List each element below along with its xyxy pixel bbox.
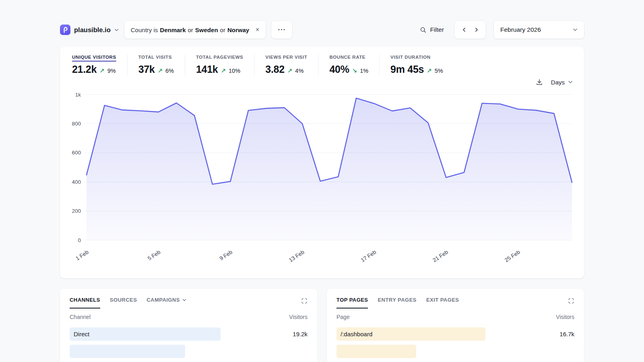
stat-label: TOTAL PAGEVIEWS — [196, 55, 243, 60]
page-row-partial[interactable] — [336, 343, 574, 359]
previous-period-button[interactable] — [459, 24, 469, 36]
stat-value: 3.82 — [265, 64, 284, 75]
tab-sources[interactable]: SOURCES — [110, 297, 137, 308]
plausible-logo-icon — [60, 25, 70, 35]
trend-up-icon: ↗ — [157, 67, 163, 74]
svg-text:9 Feb: 9 Feb — [219, 249, 233, 261]
tab-campaigns-label: CAMPAIGNS — [147, 297, 180, 303]
column-label: Page — [336, 314, 350, 320]
page-label: /:dashboard — [341, 331, 372, 337]
filter-field: Country is — [131, 27, 158, 33]
stat-change: 1% — [360, 68, 368, 74]
column-label: Visitors — [556, 314, 574, 320]
chevron-down-icon — [573, 27, 578, 32]
page-row[interactable]: /:dashboard 16.7k — [336, 326, 574, 341]
trend-up-icon: ↗ — [221, 67, 226, 74]
top-bar-right: Filter February 2026 — [417, 21, 584, 39]
chart-controls: Days — [70, 76, 574, 88]
active-filter-chip[interactable]: Country is Denmark or Sweden or Norway × — [124, 21, 266, 39]
stat-total-visits[interactable]: TOTAL VISITS 37k ↗ 6% — [138, 55, 185, 75]
filter-conjunction: or — [220, 27, 225, 33]
svg-text:13 Feb: 13 Feb — [288, 249, 305, 263]
trend-up-icon: ↗ — [287, 67, 293, 74]
svg-text:17 Feb: 17 Feb — [360, 249, 377, 263]
channels-panel-tabs: CHANNELS SOURCES CAMPAIGNS — [70, 297, 308, 309]
stat-change: 4% — [295, 68, 303, 74]
svg-text:1k: 1k — [75, 92, 81, 98]
site-switcher[interactable]: plausible.io — [60, 25, 119, 35]
tab-channels[interactable]: CHANNELS — [70, 297, 100, 309]
stat-value: 37k — [138, 64, 155, 75]
svg-text:800: 800 — [72, 121, 81, 127]
dashboard: plausible.io Country is Denmark or Swede… — [60, 0, 584, 362]
chevron-down-icon — [568, 80, 573, 84]
tab-exit-pages[interactable]: EXIT PAGES — [426, 297, 459, 308]
stat-total-pageviews[interactable]: TOTAL PAGEVIEWS 141k ↗ 10% — [196, 55, 254, 75]
channel-row-partial[interactable] — [70, 343, 308, 359]
stat-visit-duration[interactable]: VISIT DURATION 9m 45s ↗ 5% — [390, 55, 454, 75]
top-bar: plausible.io Country is Denmark or Swede… — [60, 21, 584, 39]
column-label: Visitors — [289, 314, 308, 320]
svg-text:1 Feb: 1 Feb — [75, 249, 90, 261]
pages-panel-tabs: TOP PAGES ENTRY PAGES EXIT PAGES — [336, 297, 574, 309]
stat-label: UNIQUE VISITORS — [72, 55, 116, 60]
trend-down-icon: ↘ — [352, 67, 357, 74]
channel-visitors: 19.2k — [279, 331, 308, 337]
channel-row[interactable]: Direct 19.2k — [70, 326, 308, 341]
stat-value: 40% — [329, 64, 349, 75]
filter-value: Sweden — [195, 27, 218, 33]
search-icon — [420, 27, 427, 33]
visitors-card: UNIQUE VISITORS 21.2k ↗ 9% TOTAL VISITS … — [60, 47, 584, 278]
channel-bar — [70, 345, 185, 358]
expand-panel-icon[interactable] — [568, 297, 574, 304]
chevron-down-icon — [114, 28, 119, 32]
channels-column-headers: Channel Visitors — [70, 314, 308, 324]
stat-value: 141k — [196, 64, 218, 75]
stat-unique-visitors[interactable]: UNIQUE VISITORS 21.2k ↗ 9% — [72, 55, 128, 75]
stat-change: 5% — [435, 68, 443, 74]
stat-value: 21.2k — [72, 64, 97, 75]
trend-up-icon: ↗ — [99, 67, 105, 74]
filter-button-label: Filter — [430, 26, 444, 33]
stat-views-per-visit[interactable]: VIEWS PER VISIT 3.82 ↗ 4% — [265, 55, 318, 75]
stats-row: UNIQUE VISITORS 21.2k ↗ 9% TOTAL VISITS … — [70, 54, 574, 75]
svg-text:21 Feb: 21 Feb — [432, 249, 449, 263]
channels-panel: CHANNELS SOURCES CAMPAIGNS Channel Visit… — [60, 289, 317, 362]
pages-column-headers: Page Visitors — [336, 314, 574, 324]
interval-dropdown[interactable]: Days — [551, 79, 573, 86]
date-range-picker[interactable]: February 2026 — [494, 21, 584, 39]
filter-button[interactable]: Filter — [417, 26, 446, 33]
trend-up-icon: ↗ — [427, 67, 432, 74]
filter-value: Norway — [227, 27, 249, 33]
stat-change: 6% — [165, 68, 174, 74]
page-visitors: 16.7k — [546, 331, 574, 337]
next-period-button[interactable] — [471, 24, 482, 36]
more-filters-button[interactable]: ··· — [271, 21, 292, 39]
svg-text:0: 0 — [78, 237, 81, 243]
stat-label: VIEWS PER VISIT — [265, 55, 307, 60]
stat-label: VISIT DURATION — [390, 55, 443, 60]
interval-label: Days — [551, 79, 565, 86]
stat-change: 10% — [229, 68, 240, 74]
tab-top-pages[interactable]: TOP PAGES — [336, 297, 368, 309]
download-export-button[interactable] — [536, 78, 543, 86]
site-name: plausible.io — [74, 26, 111, 34]
expand-panel-icon[interactable] — [301, 297, 308, 304]
channel-bar: Direct — [70, 327, 221, 341]
stat-change: 9% — [107, 68, 116, 74]
svg-text:200: 200 — [72, 208, 81, 214]
svg-text:600: 600 — [72, 150, 81, 156]
stat-label: TOTAL VISITS — [138, 55, 174, 60]
visitors-chart: 02004006008001k1 Feb5 Feb9 Feb13 Feb17 F… — [70, 89, 574, 268]
chevron-down-icon — [182, 298, 186, 302]
tab-entry-pages[interactable]: ENTRY PAGES — [378, 297, 416, 308]
filter-value: Denmark — [160, 27, 186, 33]
report-panels: CHANNELS SOURCES CAMPAIGNS Channel Visit… — [60, 289, 584, 362]
remove-filter-icon[interactable]: × — [256, 27, 259, 33]
stat-label: BOUNCE RATE — [329, 55, 368, 60]
svg-text:5 Feb: 5 Feb — [147, 249, 161, 261]
stat-bounce-rate[interactable]: BOUNCE RATE 40% ↘ 1% — [329, 55, 380, 75]
tab-campaigns[interactable]: CAMPAIGNS — [147, 297, 186, 308]
page-bar — [336, 345, 416, 358]
filter-conjunction: or — [188, 27, 193, 33]
